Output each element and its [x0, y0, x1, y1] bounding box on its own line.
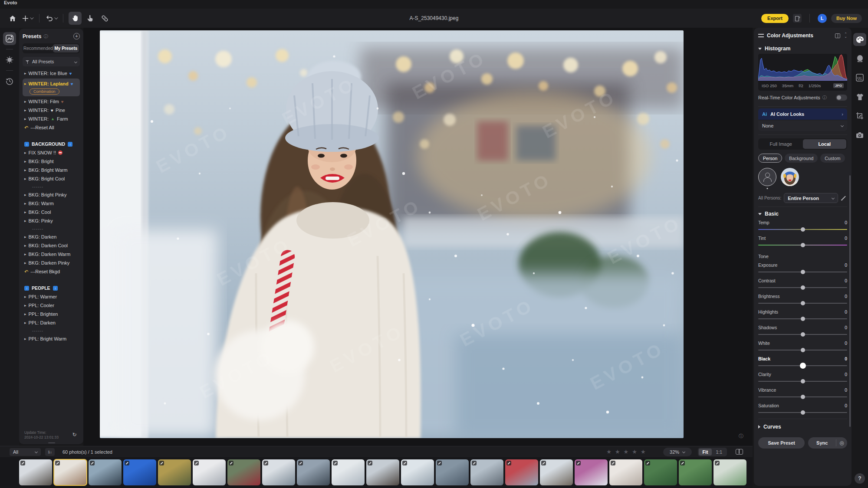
home-button[interactable] [6, 12, 19, 25]
clothing-rail-icon[interactable] [853, 90, 866, 103]
slider-thumb[interactable] [800, 363, 806, 369]
slider-track[interactable] [758, 331, 847, 337]
thumbnail[interactable] [575, 459, 608, 485]
preset-item[interactable]: ▸WINTER: Lapland♥Combination [23, 79, 80, 96]
preset-item[interactable]: ▸BKG: Darken Warm [23, 250, 80, 259]
camera-rail-icon[interactable] [853, 128, 866, 141]
heal-tool-button[interactable] [98, 12, 111, 25]
slider-track[interactable] [758, 363, 847, 369]
thumbnail[interactable] [262, 459, 295, 485]
preset-item[interactable]: ▸WINTER: Film♥ [23, 97, 80, 106]
preset-item[interactable]: ▸BKG: Pinky [23, 216, 80, 225]
slider-thumb[interactable] [801, 227, 805, 232]
preset-item[interactable]: ▸PPL: Bright Warm [23, 334, 80, 343]
preset-item[interactable]: ▸BKG: Bright Warm [23, 166, 80, 174]
preset-item[interactable]: ▸BKG: Warm [23, 199, 80, 208]
star-icon[interactable]: ★ [632, 449, 637, 455]
preset-item[interactable]: ▸WINTER:♥Pine [23, 106, 80, 115]
thumbnail[interactable] [158, 459, 191, 485]
color-adjustments-rail-icon[interactable] [853, 33, 866, 46]
realtime-info-icon[interactable]: ⓘ [822, 95, 827, 101]
preset-item[interactable]: ▸PPL: Darken [23, 318, 80, 327]
hand-tool-button[interactable] [69, 12, 82, 25]
layout-columns-icon[interactable] [835, 33, 840, 38]
slider-track[interactable] [758, 378, 847, 384]
basic-section-header[interactable]: Basic [758, 209, 847, 219]
one-to-one-button[interactable]: 1:1 [712, 449, 726, 455]
export-settings-icon[interactable] [793, 14, 802, 23]
photo-canvas[interactable]: EVOTO EVOTO EVOTO EVOTO EVOTO EVOTO EVOT… [83, 28, 753, 446]
canvas-info-icon[interactable]: ⓘ [739, 433, 745, 439]
slider-track[interactable] [758, 269, 847, 275]
thumbnail[interactable] [332, 459, 365, 485]
thumbnail[interactable] [227, 459, 260, 485]
tab-my-presets[interactable]: My Presets [53, 44, 79, 52]
pill-background[interactable]: Background [785, 154, 818, 163]
undo-button[interactable] [45, 12, 58, 25]
thumbnail[interactable] [470, 459, 503, 485]
pill-custom[interactable]: Custom [820, 154, 845, 163]
presets-rail-icon[interactable] [3, 32, 16, 45]
crop-rail-icon[interactable] [853, 109, 866, 122]
save-preset-button[interactable]: Save Preset [758, 437, 805, 449]
background-rail-icon[interactable] [853, 71, 866, 84]
pill-person[interactable]: Person [758, 154, 782, 163]
slider-thumb[interactable] [801, 301, 805, 305]
fit-button[interactable]: Fit [699, 449, 712, 455]
slider-thumb[interactable] [801, 332, 805, 337]
preset-item[interactable]: ▸BKG: Bright Cool [23, 174, 80, 183]
slider-track[interactable] [758, 316, 847, 322]
preset-item[interactable]: ▸BKG: Darken [23, 233, 80, 241]
panel-scrollbar[interactable] [849, 175, 851, 427]
preset-item[interactable]: ▸BKG: Darken Pinky [23, 259, 80, 267]
realtime-toggle[interactable] [836, 95, 847, 101]
detected-person-avatar[interactable] [781, 168, 799, 186]
thumbnail[interactable] [713, 459, 746, 485]
star-rating[interactable]: ★★★★★ [606, 449, 645, 455]
preset-item[interactable]: ▸BKG: Cool [23, 208, 80, 216]
tab-recommended[interactable]: Recommended [23, 44, 53, 52]
all-persons-avatar[interactable] [758, 168, 776, 186]
thumbnail[interactable] [193, 459, 226, 485]
user-avatar[interactable]: L [818, 14, 827, 23]
slider-track[interactable] [758, 347, 847, 353]
photo-filter-select[interactable]: All [10, 448, 41, 456]
star-icon[interactable]: ★ [624, 449, 629, 455]
zoom-level-select[interactable]: 32% [663, 448, 692, 456]
preset-item[interactable]: ▸FIX SNOW !! [23, 148, 80, 157]
thumbnail[interactable] [297, 459, 330, 485]
presets-info-icon[interactable]: ⓘ [43, 33, 48, 39]
star-icon[interactable]: ★ [606, 449, 612, 455]
tab-local[interactable]: Local [803, 139, 847, 149]
menu-evoto[interactable]: Evoto [0, 0, 868, 9]
preset-item[interactable]: ▸WINTER: Ice Blue♥ [23, 69, 80, 78]
compare-view-button[interactable] [736, 449, 743, 455]
edit-selection-icon[interactable] [841, 195, 847, 201]
slider-thumb[interactable] [801, 317, 805, 321]
slider-thumb[interactable] [801, 285, 805, 290]
preset-item[interactable]: ▸PPL: Cooler [23, 301, 80, 310]
slider-thumb[interactable] [801, 270, 805, 274]
ai-look-select[interactable]: None [758, 120, 847, 131]
history-rail-icon[interactable] [3, 75, 16, 88]
thumbnail[interactable] [679, 459, 712, 485]
photo[interactable]: EVOTO EVOTO EVOTO EVOTO EVOTO EVOTO EVOT… [100, 30, 684, 438]
sort-order-button[interactable]: 1↓ [45, 448, 55, 456]
slider-thumb[interactable] [801, 243, 805, 247]
histogram-section-header[interactable]: Histogram [758, 43, 847, 54]
preset-filter-dropdown[interactable]: All Presets [23, 57, 80, 66]
slider-track[interactable] [758, 285, 847, 291]
sync-settings-icon[interactable]: ◎ [836, 439, 847, 446]
preset-reset-item[interactable]: ↶---Reset Bkgd [23, 267, 80, 276]
thumbnail[interactable] [54, 459, 87, 485]
preset-reset-item[interactable]: ↶---Reset All [23, 123, 80, 132]
star-icon[interactable]: ★ [615, 449, 620, 455]
buy-now-button[interactable]: Buy Now [831, 14, 862, 23]
preset-item[interactable]: ▸BKG: Bright Pinky [23, 190, 80, 199]
preset-item[interactable]: ▸BKG: Bright [23, 157, 80, 166]
thumbnail[interactable] [540, 459, 573, 485]
slider-track[interactable] [758, 394, 847, 400]
slider-track[interactable] [758, 226, 847, 233]
tab-full-image[interactable]: Full Image [759, 139, 803, 149]
preset-item[interactable]: ▸PPL: Warmer [23, 292, 80, 301]
